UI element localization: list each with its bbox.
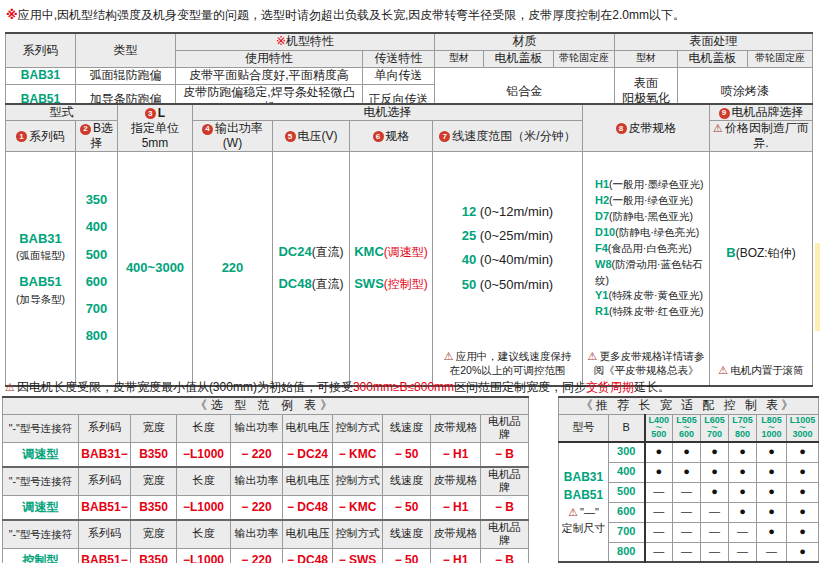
b-option: 350 bbox=[86, 192, 108, 208]
col-motor-group: 电机选择 bbox=[193, 104, 583, 121]
example-value-cell: B350 bbox=[131, 549, 177, 563]
dash-note: ⚠"—" bbox=[559, 504, 608, 521]
example-table-title: 《选 型 范 例 表》 bbox=[3, 397, 529, 414]
b-option: 400 bbox=[86, 219, 108, 235]
belt-option: D10(防静电·绿色亮光) bbox=[595, 225, 699, 241]
length-range-stack: L505〜600 bbox=[673, 416, 700, 439]
col-material-group: 材质 bbox=[435, 33, 615, 50]
example-data-row: 调速型BAB31−B350−L1000− 220− DC24− KMC− 50−… bbox=[3, 443, 529, 467]
example-value-cell: B350 bbox=[131, 496, 177, 520]
available-cell: ● bbox=[701, 482, 729, 502]
col-length: 3L 指定单位5mm bbox=[118, 104, 193, 152]
belt-code: R1 bbox=[595, 305, 609, 317]
circle-1-icon: 1 bbox=[16, 131, 27, 142]
belt-desc: (防静电·黑色亚光) bbox=[609, 210, 693, 222]
series-bab31: BAB31 bbox=[19, 231, 62, 247]
col-surface-group: 表面处理 bbox=[615, 33, 813, 50]
col-voltage: 5电压(V) bbox=[273, 121, 350, 152]
example-header-cell: 宽度 bbox=[131, 467, 177, 496]
col-b: B bbox=[609, 414, 645, 442]
voltage-note: (直流) bbox=[312, 277, 344, 291]
b-option: 500 bbox=[86, 247, 108, 263]
usage-warning-note: ※应用中,因机型结构强度及机身变型量的问题，选型时请勿超出负载及长宽,因皮带转弯… bbox=[6, 7, 685, 24]
example-header-cell: 皮带规格 bbox=[431, 520, 481, 549]
unavailable-cell: — bbox=[701, 522, 729, 542]
example-header-cell: 宽度 bbox=[131, 414, 177, 443]
belt-code: D7 bbox=[595, 210, 609, 222]
circle-2-icon: 2 bbox=[80, 124, 91, 135]
b-value-cell: 500 bbox=[609, 482, 645, 502]
length-range-header: L605〜700 bbox=[701, 414, 729, 442]
col-series: 1系列码 bbox=[6, 121, 76, 152]
example-header-cell: 电机电压 bbox=[283, 520, 333, 549]
unavailable-cell: — bbox=[673, 482, 701, 502]
warning-icon: ⚠ bbox=[588, 350, 598, 362]
available-cell: ● bbox=[757, 442, 787, 462]
belt-desc: (防静电·绿色亮光) bbox=[615, 226, 699, 238]
speed-range: (0~12m/min) bbox=[476, 204, 553, 219]
brand-price-note: ⚠价格因制造厂而异. bbox=[710, 121, 813, 152]
warning-icon: ⚠ bbox=[444, 350, 454, 362]
warning-icon: ⚠ bbox=[718, 364, 728, 376]
example-data-row: 调速型BAB51−B350−L1000− 220− DC48− KMC− 50−… bbox=[3, 496, 529, 520]
voltage-options-cell: DC24(直流)DC48(直流) bbox=[273, 152, 350, 386]
example-value-cell: − 50 bbox=[383, 549, 431, 563]
asterisk-mark: ※ bbox=[6, 8, 18, 22]
available-cell: ● bbox=[787, 442, 819, 462]
brand-code: B bbox=[726, 245, 735, 260]
available-cell: ● bbox=[729, 442, 757, 462]
dash-note-text: 定制尺寸 bbox=[559, 520, 608, 537]
example-value-cell: − SWS bbox=[333, 549, 383, 563]
example-value-cell: − 50 bbox=[383, 496, 431, 520]
example-header-cell: 电机电压 bbox=[283, 414, 333, 443]
page-edge-tab bbox=[815, 243, 820, 331]
speed-note: ⚠应用中，建议线速度保持 在20%以上的可调控范围 bbox=[433, 349, 582, 377]
example-header-cell: 线速度 bbox=[383, 520, 431, 549]
series-options-cell: BAB31 (弧面辊型) BAB51 (加导条型) bbox=[6, 152, 76, 386]
available-cell: ● bbox=[757, 522, 787, 542]
length-range-stack: L605〜700 bbox=[701, 416, 728, 439]
warning-icon: ⚠ bbox=[568, 506, 578, 518]
available-cell: ● bbox=[757, 462, 787, 482]
example-header-cell: "-"型号连接符 bbox=[3, 467, 79, 496]
unavailable-cell: — bbox=[645, 522, 673, 542]
brand-note: ⚠电机内置于滚筒 bbox=[710, 363, 812, 378]
spec-option: KMC(调速型) bbox=[354, 244, 428, 260]
available-cell: ● bbox=[673, 462, 701, 482]
example-header-cell: 输出功率 bbox=[231, 467, 283, 496]
example-header-row: "-"型号连接符系列码宽度长度输出功率电机电压控制方式线速度皮带规格电机品牌 bbox=[3, 414, 529, 443]
model-line: BAB31 bbox=[559, 468, 608, 486]
spec-note: (调速型) bbox=[384, 245, 428, 259]
belt-option: H1(一般用·墨绿色亚光) bbox=[595, 177, 704, 193]
length-range-header: L400〜500 bbox=[645, 414, 673, 442]
col-power: 4输出功率(W) bbox=[193, 121, 273, 152]
col-spec: 6规格 bbox=[350, 121, 433, 152]
available-cell: ● bbox=[757, 502, 787, 522]
power-value: 220 bbox=[222, 260, 244, 276]
speed-option: 40 (0~40m/min) bbox=[462, 252, 553, 268]
example-value-cell: − DC48 bbox=[283, 496, 333, 520]
example-value-cell: − DC48 bbox=[283, 549, 333, 563]
unavailable-cell: — bbox=[729, 542, 757, 562]
col-material-profile: 型材 bbox=[435, 50, 484, 67]
belt-option: D7(防静电·黑色亚光) bbox=[595, 209, 693, 225]
circle-3-icon: 3 bbox=[145, 108, 156, 119]
col-feature-group: ※机型特性 bbox=[176, 33, 435, 50]
example-header-cell: 输出功率 bbox=[231, 520, 283, 549]
belt-desc: (特殊皮带·红色亚光) bbox=[609, 305, 704, 317]
length-bottom: 500 bbox=[651, 430, 666, 439]
spec-option: SWS(控制型) bbox=[354, 276, 428, 292]
power-value-cell: 220 bbox=[193, 152, 273, 386]
series-bab51: BAB51 bbox=[19, 274, 62, 290]
belt-code: W8 bbox=[595, 258, 612, 270]
available-cell: ● bbox=[729, 482, 757, 502]
unavailable-cell: — bbox=[757, 542, 787, 562]
transfer-bab31: 单向传送 bbox=[363, 67, 435, 84]
col-material-pulley-seat: 带轮固定座 bbox=[554, 50, 615, 67]
belt-option: Y1(特殊皮带·黄色亚光) bbox=[595, 288, 703, 304]
speed-options-cell: 12 (0~12m/min)25 (0~25m/min)40 (0~40m/mi… bbox=[433, 152, 583, 386]
example-header-cell: 长度 bbox=[177, 414, 231, 443]
col-speed-range: 7线速度范围（米/分钟） bbox=[433, 121, 583, 152]
speed-code: 40 bbox=[462, 252, 476, 267]
speed-range: (0~50m/min) bbox=[476, 277, 553, 292]
